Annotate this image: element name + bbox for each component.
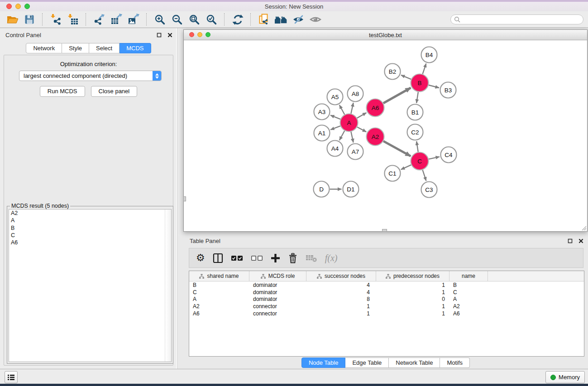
zoom-out-button[interactable] [170, 13, 184, 26]
graph-node-A7[interactable]: A7 [348, 144, 363, 160]
tab-style[interactable]: Style [62, 43, 89, 53]
tab-network[interactable]: Network [26, 43, 62, 53]
create-column-button[interactable] [271, 253, 280, 263]
graph-edge-B-B3[interactable] [429, 85, 439, 88]
close-panel-button[interactable]: Close panel [91, 86, 138, 97]
float-panel-icon[interactable] [157, 33, 162, 38]
delete-column-button[interactable] [288, 253, 298, 263]
show-columns-button[interactable] [213, 253, 223, 263]
graph-edge-B-B2[interactable] [401, 75, 411, 79]
graph-node-A1[interactable]: A1 [314, 125, 330, 141]
show-selected-button[interactable] [308, 13, 323, 26]
tab-mcds[interactable]: MCDS [120, 43, 151, 53]
graph-node-A5[interactable]: A5 [327, 89, 343, 105]
graph-node-A6[interactable]: A6 [367, 99, 384, 117]
graph-edge-A-A3[interactable] [330, 115, 340, 119]
graph-node-D1[interactable]: D1 [343, 181, 359, 197]
import-network-button[interactable] [48, 13, 63, 26]
graph-node-A2[interactable]: A2 [367, 128, 384, 146]
column-header-mcds-role[interactable]: MCDS role [249, 271, 306, 281]
column-header-shared-name[interactable]: shared name [189, 271, 249, 281]
close-panel-icon[interactable] [167, 33, 172, 38]
select-all-rows-button[interactable] [231, 254, 243, 262]
graph-node-B2[interactable]: B2 [385, 64, 401, 80]
graph-edge-A-A4[interactable] [339, 131, 344, 140]
column-header-predecessor-nodes[interactable]: predecessor nodes [376, 271, 449, 281]
search-input[interactable] [460, 16, 583, 23]
mcds-result-item[interactable]: A [9, 217, 171, 224]
graph-edge-C-C2[interactable] [416, 141, 418, 152]
graph-edge-A-A8[interactable] [351, 103, 353, 114]
open-session-button[interactable] [5, 13, 19, 26]
mcds-result-item[interactable]: C [9, 232, 171, 239]
graph-node-B[interactable]: B [411, 74, 429, 92]
v-scroll-thumb[interactable] [183, 196, 186, 201]
zoom-fit-button[interactable] [187, 13, 201, 26]
resize-grip[interactable] [580, 224, 587, 231]
graph-node-C[interactable]: C [411, 152, 429, 170]
close-panel-icon[interactable] [578, 238, 583, 243]
tab-edge-table[interactable]: Edge Table [345, 357, 389, 368]
graph-node-B3[interactable]: B3 [440, 82, 456, 98]
network-canvas[interactable]: AA1A2A3A4A5A6A7A8BB1B2B3B4CC1C2C3C4DD1 [184, 40, 587, 231]
search-field[interactable] [450, 14, 583, 24]
zoom-selected-button[interactable] [204, 13, 219, 26]
h-scroll-thumb[interactable] [382, 229, 387, 232]
float-panel-icon[interactable] [568, 238, 573, 243]
graph-node-A[interactable]: A [340, 114, 358, 132]
table-row[interactable]: Cdominator41C [189, 289, 584, 296]
mcds-result-item[interactable]: A6 [9, 239, 171, 246]
graph-edge-B-B4[interactable] [423, 63, 426, 74]
show-panel-list-button[interactable] [5, 371, 18, 383]
graph-node-B4[interactable]: B4 [421, 47, 437, 63]
optimization-criterion-select[interactable]: largest connected component (directed) [19, 71, 162, 81]
graph-node-D[interactable]: D [314, 181, 330, 197]
graph-node-C2[interactable]: C2 [407, 124, 423, 140]
graph-edge-A6-B[interactable] [383, 88, 411, 103]
graph-edge-C-C1[interactable] [401, 165, 411, 169]
graph-node-A8[interactable]: A8 [348, 86, 363, 102]
graph-edge-A2-C[interactable] [383, 141, 411, 156]
graph-edge-C-C3[interactable] [423, 170, 426, 181]
graph-edge-A-A2[interactable] [357, 127, 366, 132]
graph-node-B1[interactable]: B1 [407, 105, 423, 120]
memory-button[interactable]: Memory [545, 371, 585, 383]
export-table-button[interactable] [109, 13, 124, 26]
run-mcds-button[interactable]: Run MCDS [40, 86, 85, 97]
hide-selected-button[interactable] [291, 13, 306, 26]
table-settings-button[interactable]: ⚙ [196, 253, 205, 262]
graph-node-C4[interactable]: C4 [441, 147, 457, 163]
column-header-name[interactable]: name [449, 271, 488, 281]
save-session-button[interactable] [22, 13, 37, 26]
result-scrollbar[interactable] [165, 210, 171, 362]
graph-edge-A-A7[interactable] [351, 132, 353, 143]
tab-network-table[interactable]: Network Table [389, 357, 440, 368]
table-row[interactable]: A2connector11A2 [189, 303, 584, 310]
graph-edge-B-B1[interactable] [416, 92, 418, 103]
mcds-result-item[interactable]: B [9, 224, 171, 232]
graph-edge-A-A5[interactable] [339, 105, 344, 114]
zoom-in-button[interactable] [153, 13, 167, 26]
deselect-all-rows-button[interactable] [251, 254, 263, 262]
show-all-networks-button[interactable] [274, 13, 288, 26]
export-image-button[interactable] [126, 13, 141, 26]
graph-node-A3[interactable]: A3 [314, 104, 330, 120]
export-network-button[interactable] [92, 13, 106, 26]
refresh-button[interactable] [230, 13, 245, 26]
network-window-titlebar[interactable]: testGlobe.txt [184, 30, 587, 40]
graph-node-A4[interactable]: A4 [327, 141, 343, 157]
graph-edge-C-C4[interactable] [429, 157, 440, 159]
mcds-result-item[interactable]: A2 [9, 210, 171, 217]
graph-edge-A-A6[interactable] [357, 113, 367, 118]
tab-motifs[interactable]: Motifs [440, 357, 470, 368]
table-row[interactable]: Bdominator41B [189, 281, 584, 289]
graph-edge-A-A1[interactable] [330, 126, 340, 129]
column-header-successor-nodes[interactable]: successor nodes [306, 271, 376, 281]
open-session-file-button[interactable] [257, 13, 271, 26]
import-table-button[interactable] [66, 13, 80, 26]
table-row[interactable]: A6connector11A6 [189, 310, 584, 317]
graph-node-C3[interactable]: C3 [421, 182, 437, 198]
tab-node-table[interactable]: Node Table [301, 357, 346, 368]
graph-node-C1[interactable]: C1 [385, 166, 401, 181]
tab-select[interactable]: Select [89, 43, 120, 53]
